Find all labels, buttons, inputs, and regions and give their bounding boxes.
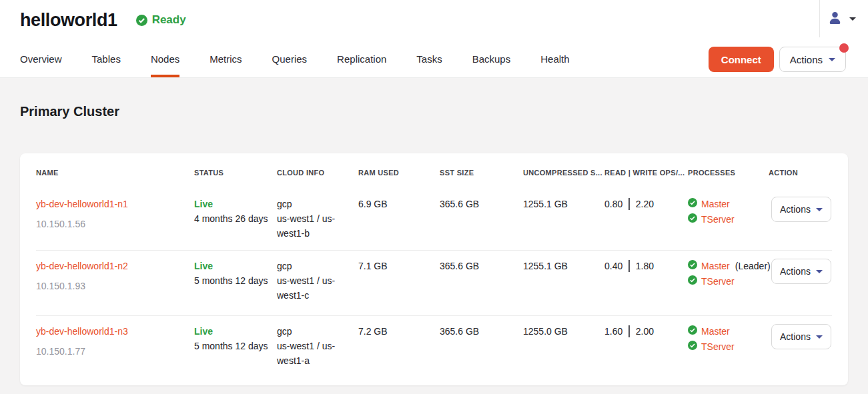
connect-button[interactable]: Connect <box>709 47 774 72</box>
node-actions-button[interactable]: Actions <box>771 259 831 284</box>
write-ops: 2.20 <box>636 199 654 209</box>
universe-nav: Overview Tables Nodes Metrics Queries Re… <box>0 40 868 78</box>
table-header-row: NAME STATUS CLOUD INFO RAM USED SST SIZE… <box>36 153 832 189</box>
tab-backups[interactable]: Backups <box>472 40 511 77</box>
read-ops: 1.60 <box>604 326 622 337</box>
check-circle-icon <box>688 324 697 339</box>
node-name-cell: yb-dev-helloworld1-n3 10.150.1.77 <box>36 324 194 384</box>
tserver-link[interactable]: TServer <box>701 339 735 354</box>
node-read-write-ops: 0.401.80 <box>604 259 688 315</box>
read-ops: 0.80 <box>604 199 622 209</box>
col-sst-size: SST SIZE <box>440 169 523 177</box>
header-divider <box>819 0 820 37</box>
node-uncompressed-size: 1255.1 GB <box>523 259 604 315</box>
tab-overview[interactable]: Overview <box>20 40 62 77</box>
tab-metrics[interactable]: Metrics <box>209 40 242 77</box>
node-link[interactable]: yb-dev-helloworld1-n1 <box>36 199 128 209</box>
notification-dot <box>839 43 849 53</box>
node-actions-label: Actions <box>780 266 811 277</box>
user-avatar-icon[interactable] <box>827 10 843 28</box>
node-action-cell: Actions <box>769 324 839 384</box>
chevron-down-icon <box>816 270 823 273</box>
tserver-link[interactable]: TServer <box>701 212 735 227</box>
chevron-down-icon <box>816 335 823 339</box>
node-provider: gcp <box>277 326 292 337</box>
check-circle-icon <box>688 339 697 354</box>
cluster-title: helloworld1 <box>20 10 117 31</box>
node-read-write-ops: 1.602.00 <box>604 324 688 384</box>
master-note: (Leader) <box>735 259 771 273</box>
col-action: ACTION <box>769 169 832 177</box>
node-read-write-ops: 0.802.20 <box>604 197 688 250</box>
read-ops: 0.40 <box>604 261 622 271</box>
node-name-cell: yb-dev-helloworld1-n2 10.150.1.93 <box>36 259 194 315</box>
node-cloud-cell: gcp us-west1 / us-west1-b <box>277 197 358 250</box>
table-row: yb-dev-helloworld1-n1 10.150.1.56 Live 4… <box>36 189 832 250</box>
node-sst-size: 365.6 GB <box>440 259 523 315</box>
node-provider: gcp <box>277 261 292 271</box>
node-link[interactable]: yb-dev-helloworld1-n2 <box>36 261 128 271</box>
user-menu-caret-icon[interactable] <box>849 17 856 21</box>
node-action-cell: Actions <box>769 259 839 315</box>
node-processes-cell: Master (Leader) TServer <box>688 259 769 315</box>
check-circle-icon <box>688 259 697 273</box>
master-link[interactable]: Master <box>701 197 730 211</box>
universe-actions-label: Actions <box>790 54 823 65</box>
process-line: Master <box>688 324 761 339</box>
tserver-link[interactable]: TServer <box>701 274 735 289</box>
col-uncompressed-size: UNCOMPRESSED S... <box>523 169 604 177</box>
pipe-separator <box>628 260 630 272</box>
nav-buttons: Connect Actions <box>709 47 846 72</box>
node-region-zone: us-west1 / us-west1-a <box>277 341 335 366</box>
universe-actions-button[interactable]: Actions <box>779 47 846 72</box>
node-ram-used: 6.9 GB <box>358 197 440 250</box>
check-circle-icon <box>688 274 697 289</box>
node-region-zone: us-west1 / us-west1-b <box>277 213 335 239</box>
node-ram-used: 7.1 GB <box>358 259 440 315</box>
tab-health[interactable]: Health <box>540 40 569 77</box>
col-cloud-info: CLOUD INFO <box>277 169 358 177</box>
table-row: yb-dev-helloworld1-n3 10.150.1.77 Live 5… <box>36 315 832 384</box>
user-menu[interactable] <box>827 0 856 37</box>
pipe-separator <box>628 198 630 210</box>
check-circle-icon <box>688 212 697 227</box>
node-name-cell: yb-dev-helloworld1-n1 10.150.1.56 <box>36 197 194 250</box>
node-provider: gcp <box>277 199 292 209</box>
node-status: Live <box>194 199 213 209</box>
pipe-separator <box>628 325 630 337</box>
node-actions-button[interactable]: Actions <box>771 197 831 222</box>
tab-tables[interactable]: Tables <box>92 40 121 77</box>
check-circle-icon <box>688 197 697 211</box>
node-status: Live <box>194 326 213 337</box>
node-uptime: 5 months 12 days <box>194 341 268 351</box>
node-status-cell: Live 5 months 12 days <box>194 324 277 384</box>
node-link[interactable]: yb-dev-helloworld1-n3 <box>36 326 128 337</box>
section-title: Primary Cluster <box>20 103 848 120</box>
col-processes: PROCESSES <box>688 169 769 177</box>
node-uptime: 5 months 12 days <box>194 275 268 286</box>
node-actions-label: Actions <box>780 331 811 342</box>
master-link[interactable]: Master <box>701 259 730 273</box>
tab-nodes[interactable]: Nodes <box>151 40 179 77</box>
status-badge-label: Ready <box>152 13 186 27</box>
process-line: TServer <box>688 339 761 354</box>
main-content: Primary Cluster NAME STATUS CLOUD INFO R… <box>0 103 868 385</box>
node-uncompressed-size: 1255.0 GB <box>523 324 604 384</box>
node-actions-button[interactable]: Actions <box>771 324 831 349</box>
node-ip: 10.150.1.77 <box>36 344 186 359</box>
master-link[interactable]: Master <box>701 324 730 339</box>
tab-queries[interactable]: Queries <box>272 40 308 77</box>
node-action-cell: Actions <box>769 197 839 250</box>
chevron-down-icon <box>816 208 823 211</box>
topbar: helloworld1 Ready <box>0 0 868 40</box>
node-processes-cell: Master TServer <box>688 324 769 384</box>
col-ram-used: RAM USED <box>358 169 440 177</box>
node-cloud-cell: gcp us-west1 / us-west1-a <box>277 324 358 384</box>
tab-tasks[interactable]: Tasks <box>416 40 442 77</box>
process-line: TServer <box>688 274 761 289</box>
tab-replication[interactable]: Replication <box>337 40 386 77</box>
node-uptime: 4 months 26 days <box>194 213 268 224</box>
process-line: Master <box>688 197 761 211</box>
write-ops: 1.80 <box>636 261 654 271</box>
col-read-write-ops: READ | WRITE OPS/... <box>604 169 688 177</box>
